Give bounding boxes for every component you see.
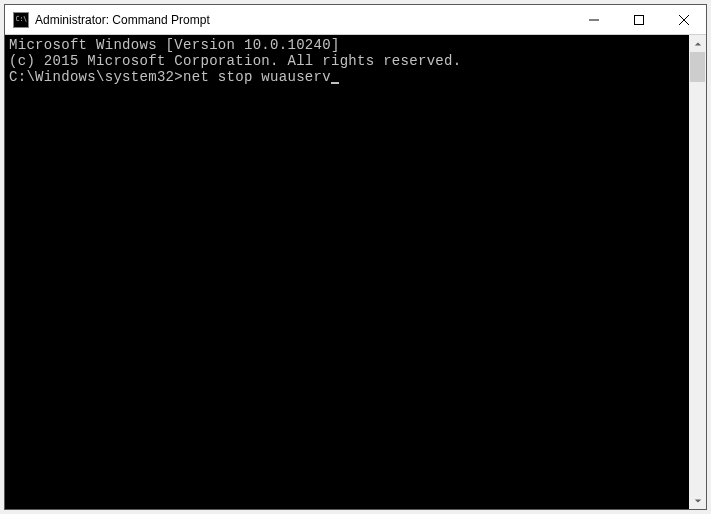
version-line: Microsoft Windows [Version 10.0.10240] [9,37,685,53]
terminal-content[interactable]: Microsoft Windows [Version 10.0.10240](c… [5,35,689,509]
minimize-button[interactable] [571,5,616,34]
scroll-down-button[interactable] [689,492,706,509]
titlebar[interactable]: C:\ Administrator: Command Prompt [5,5,706,35]
chevron-down-icon [694,497,702,505]
maximize-button[interactable] [616,5,661,34]
scrollbar-thumb[interactable] [690,52,705,82]
window-controls [571,5,706,34]
scroll-up-button[interactable] [689,35,706,52]
close-button[interactable] [661,5,706,34]
prompt-path: C:\Windows\system32> [9,69,183,85]
chevron-up-icon [694,40,702,48]
prompt-line: C:\Windows\system32>net stop wuauserv [9,69,685,85]
close-icon [679,15,689,25]
cmd-icon-text: C:\ [15,16,26,23]
cmd-icon: C:\ [13,12,29,28]
terminal-area: Microsoft Windows [Version 10.0.10240](c… [5,35,706,509]
typed-command: net stop wuauserv [183,69,331,85]
copyright-line: (c) 2015 Microsoft Corporation. All righ… [9,53,685,69]
svg-rect-0 [634,15,643,24]
window-title: Administrator: Command Prompt [35,13,571,27]
text-cursor [331,82,339,84]
vertical-scrollbar[interactable] [689,35,706,509]
command-prompt-window: C:\ Administrator: Command Prompt Micros… [4,4,707,510]
minimize-icon [589,15,599,25]
maximize-icon [634,15,644,25]
